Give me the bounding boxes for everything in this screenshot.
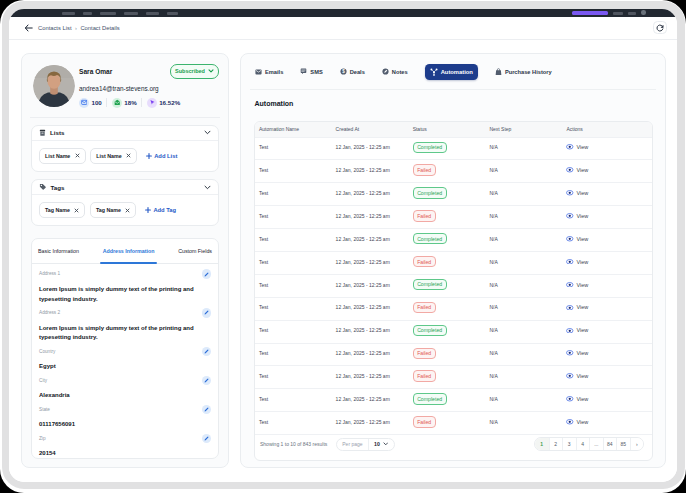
cell-created-at: 12 Jan, 2025 - 12:25 am [332, 213, 409, 219]
chevron-down-icon[interactable] [204, 185, 211, 190]
view-button[interactable]: View [566, 236, 588, 242]
view-button[interactable]: View [566, 144, 588, 150]
view-button[interactable]: View [566, 190, 588, 196]
page-button[interactable]: 2 [549, 438, 563, 450]
pencil-icon [204, 272, 209, 277]
cell-next-step: N/A [485, 259, 562, 265]
breadcrumb-contact-details: Contact Details [80, 25, 119, 31]
cell-next-step: N/A [485, 419, 562, 425]
subscription-status-button[interactable]: Subscribed [170, 64, 219, 79]
chevron-down-icon [383, 442, 389, 446]
nav-item[interactable] [100, 12, 116, 15]
subscription-status-label: Subscribed [175, 68, 205, 74]
per-page-select[interactable]: 10 [369, 439, 394, 450]
column-next-step: Next Step [485, 126, 562, 132]
page-button[interactable]: 3 [562, 438, 576, 450]
refresh-button[interactable] [653, 21, 667, 35]
tab-emails[interactable]: Emails [255, 69, 283, 75]
eye-icon [566, 373, 574, 379]
address-field: Address 2 Lorem Ipsum is simply dummy te… [39, 310, 211, 343]
tab-automation[interactable]: Automation [425, 64, 478, 80]
view-button[interactable]: View [566, 419, 588, 425]
tab-deals[interactable]: $ Deals [340, 68, 365, 75]
nav-item[interactable] [628, 12, 636, 15]
edit-field-button[interactable] [202, 269, 212, 279]
status-badge: Completed [413, 187, 447, 198]
next-page-button[interactable]: › [630, 438, 644, 450]
edit-field-button[interactable] [202, 347, 212, 357]
tag-chip-label: Tag Name [96, 207, 121, 213]
tab-address-information[interactable]: Address Information [103, 239, 155, 263]
eye-icon [566, 236, 574, 242]
tab-custom-fields[interactable]: Custom Fields [178, 239, 212, 263]
edit-field-button[interactable] [202, 405, 212, 415]
tab-label: Emails [265, 69, 283, 75]
cell-automation-name: Test [255, 373, 332, 379]
view-button[interactable]: View [566, 327, 588, 333]
eye-icon [566, 350, 574, 356]
edit-field-button[interactable] [202, 308, 212, 318]
view-button[interactable]: View [566, 304, 588, 310]
add-tag-button[interactable]: Add Tag [145, 207, 176, 213]
page-button[interactable]: 84 [603, 438, 617, 450]
page-button[interactable]: ... [589, 438, 603, 450]
contact-detail-panel: Emails SMS $ [240, 53, 666, 469]
lists-card-header[interactable]: Lists [32, 126, 218, 142]
nav-item[interactable] [146, 12, 159, 15]
chevron-down-icon[interactable] [204, 130, 211, 135]
page-button[interactable]: 4 [576, 438, 590, 450]
breadcrumb-separator-icon: › [75, 25, 77, 31]
nav-item[interactable] [167, 12, 178, 15]
table-row: Test 12 Jan, 2025 - 12:25 am Completed N… [255, 388, 652, 411]
cell-created-at: 12 Jan, 2025 - 12:25 am [332, 419, 409, 425]
edit-field-button[interactable] [202, 434, 212, 444]
tab-notes[interactable]: Notes [382, 68, 408, 75]
contact-avatar [33, 65, 75, 107]
pencil-icon [204, 349, 209, 354]
remove-chip-icon[interactable] [126, 153, 131, 158]
nav-menu-items [62, 12, 178, 15]
nav-item[interactable] [124, 12, 138, 15]
nav-avatar[interactable] [641, 10, 646, 15]
nav-cta-button[interactable] [572, 11, 608, 16]
view-button[interactable]: View [566, 396, 588, 402]
contact-sidebar: Sara Omar andrea14@tran-stevens.org 100 [21, 53, 229, 469]
status-badge: Failed [413, 164, 436, 175]
list-chip-label: List Name [96, 153, 121, 159]
cell-next-step: N/A [485, 373, 562, 379]
page-button[interactable]: 1 [535, 438, 549, 450]
eye-icon [566, 396, 574, 402]
deals-icon: $ [340, 68, 347, 75]
remove-chip-icon[interactable] [74, 208, 79, 213]
breadcrumb-contacts-list[interactable]: Contacts List [38, 25, 72, 31]
tab-sms[interactable]: SMS [300, 68, 322, 75]
edit-field-button[interactable] [202, 376, 212, 386]
table-row: Test 12 Jan, 2025 - 12:25 am Failed N/A … [255, 251, 652, 274]
view-button[interactable]: View [566, 282, 588, 288]
cell-next-step: N/A [485, 144, 562, 150]
remove-chip-icon[interactable] [125, 208, 130, 213]
remove-chip-icon[interactable] [75, 153, 80, 158]
view-button[interactable]: View [566, 350, 588, 356]
tags-card-header[interactable]: Tags [32, 180, 218, 196]
page-button[interactable]: 85 [616, 438, 630, 450]
cell-created-at: 12 Jan, 2025 - 12:25 am [332, 282, 409, 288]
tab-basic-information[interactable]: Basic Information [38, 239, 79, 263]
nav-item[interactable] [62, 12, 75, 15]
tag-chip: Tag Name [90, 202, 136, 218]
view-button[interactable]: View [566, 373, 588, 379]
tab-purchase-history[interactable]: Purchase History [495, 68, 552, 76]
nav-item[interactable] [613, 12, 623, 15]
nav-item[interactable] [83, 12, 92, 15]
results-summary: Showing 1 to 10 of 843 results [260, 441, 327, 447]
view-button[interactable]: View [566, 167, 588, 173]
back-button[interactable] [24, 24, 33, 32]
add-list-button[interactable]: Add List [146, 153, 178, 159]
view-button[interactable]: View [566, 259, 588, 265]
view-button[interactable]: View [566, 213, 588, 219]
cell-created-at: 12 Jan, 2025 - 12:25 am [332, 304, 409, 310]
detail-tabs: Emails SMS $ [255, 63, 653, 81]
view-label: View [576, 396, 588, 402]
tab-label: Deals [350, 69, 365, 75]
stage: Contacts List › Contact Details [0, 0, 686, 493]
